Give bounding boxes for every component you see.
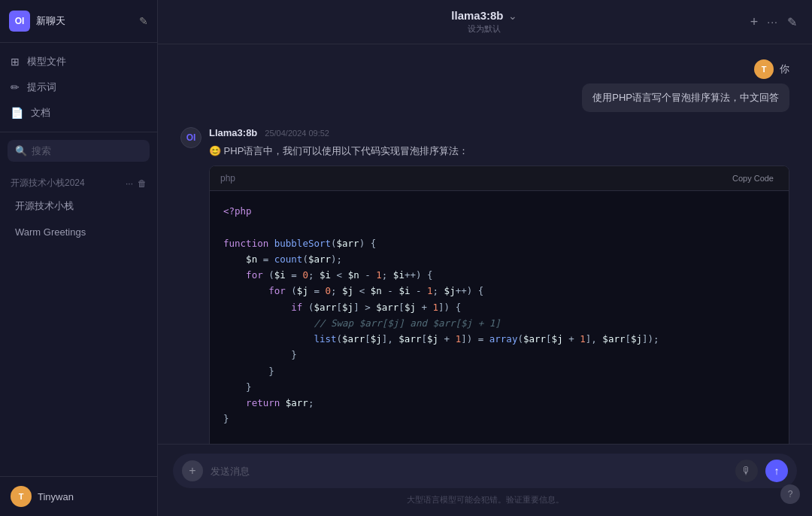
search-icon: 🔍 [15, 145, 27, 156]
ai-intro: 😊 PHP语言中，我们可以使用以下代码实现冒泡排序算法： [209, 144, 789, 158]
attach-button[interactable]: + [182, 460, 203, 481]
user-avatar: T [11, 486, 32, 507]
nav-item-docs[interactable]: 📄 文档 [0, 100, 157, 126]
nav-label-prompts: 提示词 [27, 80, 56, 94]
footer-note: 大型语言模型可能会犯错。验证重要信息。 [173, 494, 797, 505]
section-actions[interactable]: ··· 🗑 [126, 178, 147, 189]
input-row: + 🎙 ↑ [173, 454, 797, 488]
ai-message-header: Llama3:8b 25/04/2024 09:52 [209, 127, 789, 138]
header-edit-icon[interactable]: ✎ [787, 15, 797, 29]
mic-icon: 🎙 [741, 465, 752, 477]
sidebar-nav: ⊞ 模型文件 ✏ 提示词 📄 文档 [0, 43, 157, 132]
header-subtitle[interactable]: 设为默认 [451, 23, 517, 35]
app-title: 新聊天 [36, 14, 65, 28]
user-name: Tinywan [38, 491, 74, 502]
code-block: php Copy Code <?php function bubbleSort(… [209, 165, 789, 444]
header-dots-icon[interactable]: ··· [767, 16, 778, 28]
chat-item-label: Warm Greetings [15, 226, 86, 238]
main-header: llama3:8b ⌄ 设为默认 + ··· ✎ [158, 0, 812, 44]
code-lang: php [220, 173, 235, 184]
prompts-icon: ✏ [11, 81, 20, 93]
logo-icon: OI [9, 11, 30, 32]
plus-icon: + [189, 464, 195, 478]
new-chat-icon[interactable]: ✎ [139, 15, 148, 27]
chat-item-warm-greetings[interactable]: Warm Greetings [5, 220, 153, 244]
models-icon: ⊞ [11, 56, 20, 68]
nav-label-docs: 文档 [31, 106, 50, 120]
chat-item-kaiyuan[interactable]: 开源技术小栈 [5, 193, 153, 219]
header-actions: + ··· ✎ [750, 14, 797, 30]
send-button[interactable]: ↑ [765, 460, 788, 482]
section-delete-icon[interactable]: 🗑 [138, 178, 147, 189]
copy-code-button[interactable]: Copy Code [728, 172, 778, 184]
ai-name: Llama3:8b [209, 127, 257, 138]
send-icon: ↑ [774, 465, 780, 477]
code-header: php Copy Code [210, 166, 789, 191]
ai-message: OI Llama3:8b 25/04/2024 09:52 😊 PHP语言中，我… [180, 127, 789, 444]
input-area: + 🎙 ↑ 大型语言模型可能会犯错。验证重要信息。 [158, 444, 812, 516]
user-message-text: 使用PHP语言写个冒泡排序算法，中文回答 [582, 83, 789, 112]
nav-item-prompts[interactable]: ✏ 提示词 [0, 74, 157, 100]
section-dots-icon[interactable]: ··· [126, 178, 133, 189]
chat-item-label: 开源技术小栈 [15, 200, 74, 211]
nav-label-models: 模型文件 [27, 55, 66, 68]
main-panel: llama3:8b ⌄ 设为默认 + ··· ✎ T 你 使用PHP语言写个冒泡… [158, 0, 812, 516]
search-box[interactable]: 🔍 [8, 140, 150, 162]
sidebar: OI 新聊天 ✎ ⊞ 模型文件 ✏ 提示词 📄 文档 🔍 开源技术小栈2024 … [0, 0, 158, 516]
message-input[interactable] [211, 466, 728, 477]
sidebar-footer: T Tinywan [0, 476, 157, 516]
header-plus-icon[interactable]: + [750, 14, 759, 30]
code-content: <?php function bubbleSort($arr) { $n = c… [210, 191, 789, 444]
section-header: 开源技术小栈2024 ··· 🗑 [0, 169, 157, 193]
ai-timestamp: 25/04/2024 09:52 [265, 129, 329, 138]
section-label: 开源技术小栈2024 [11, 177, 85, 190]
header-center: llama3:8b ⌄ 设为默认 [451, 9, 517, 35]
search-input[interactable] [32, 145, 142, 156]
ai-avatar: OI [180, 127, 201, 148]
ai-content: Llama3:8b 25/04/2024 09:52 😊 PHP语言中，我们可以… [209, 127, 789, 444]
user-name-sm: 你 [780, 62, 789, 76]
user-message-header: T 你 [754, 59, 789, 79]
chat-area: T 你 使用PHP语言写个冒泡排序算法，中文回答 OI Llama3:8b 25… [158, 44, 812, 444]
help-icon: ? [788, 489, 793, 499]
mic-button[interactable]: 🎙 [735, 460, 758, 482]
help-button[interactable]: ? [780, 484, 800, 504]
user-message: T 你 使用PHP语言写个冒泡排序算法，中文回答 [180, 59, 789, 112]
docs-icon: 📄 [11, 107, 23, 119]
model-name: llama3:8b [451, 9, 503, 22]
user-avatar-sm: T [754, 59, 774, 79]
app-logo: OI 新聊天 [9, 11, 65, 32]
nav-item-models[interactable]: ⊞ 模型文件 [0, 49, 157, 74]
sidebar-header: OI 新聊天 ✎ [0, 0, 157, 43]
chevron-down-icon[interactable]: ⌄ [508, 10, 517, 22]
